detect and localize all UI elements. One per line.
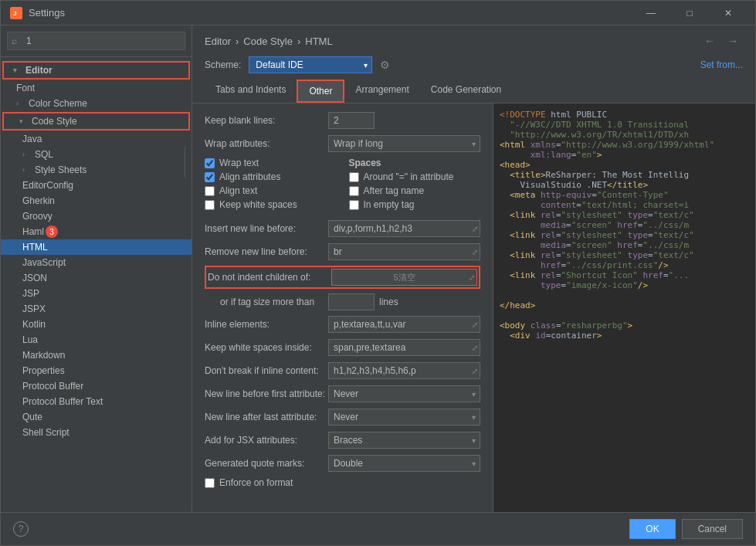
search-input[interactable] (7, 32, 185, 50)
inline-elements-input[interactable] (328, 316, 480, 333)
expand-arrow: › (22, 151, 32, 158)
sidebar-item-protocol-buffer-text[interactable]: Protocol Buffer Text (1, 394, 192, 409)
keep-blank-lines-row: Keep blank lines: (205, 111, 480, 130)
tab-other[interactable]: Other (297, 80, 344, 103)
add-jsx-attrs-select[interactable]: Braces (328, 432, 480, 449)
new-line-last-attr-select[interactable]: Never (328, 409, 480, 426)
search-icon: ⌕ (12, 36, 17, 46)
sidebar-item-protocol-buffer[interactable]: Protocol Buffer (1, 378, 192, 394)
sidebar-item-html[interactable]: HTML (1, 239, 192, 255)
sidebar-item-gherkin[interactable]: Gherkin (1, 193, 192, 209)
sidebar-item-color-scheme[interactable]: › Color Scheme (1, 96, 192, 111)
or-if-tag-size-label: or if tag size more than (205, 297, 328, 307)
sidebar-item-jspx[interactable]: JSPX (1, 301, 192, 317)
sidebar-item-shell-script[interactable]: Shell Script (1, 425, 192, 440)
align-attributes-checkbox[interactable] (205, 172, 215, 182)
tab-tabs-indents[interactable]: Tabs and Indents (205, 80, 297, 103)
forward-button[interactable]: → (723, 33, 743, 49)
maximize-button[interactable]: □ (672, 1, 707, 25)
generated-quote-select[interactable]: Double (328, 455, 480, 472)
new-line-first-attr-select[interactable]: Never (328, 385, 480, 402)
code-preview: <!DOCTYPE html PUBLIC "-//W3C//DTD XHTML… (500, 110, 749, 341)
sidebar-item-label: Properties (22, 365, 65, 376)
close-button[interactable]: ✕ (710, 1, 746, 25)
sidebar-item-markdown[interactable]: Markdown (1, 348, 192, 363)
sidebar-item-code-style[interactable]: ▾ Code Style (2, 112, 190, 131)
sidebar-item-qute[interactable]: Qute (1, 409, 192, 425)
sidebar-item-lua[interactable]: Lua (1, 332, 192, 348)
after-tag-name-row: After tag name (349, 185, 481, 196)
enforce-on-format-label: Enforce on format (219, 477, 293, 488)
minimize-button[interactable]: — (633, 1, 669, 25)
settings-panel: Keep blank lines: Wrap attributes: Wrap … (192, 103, 493, 512)
bottom-bar: ? OK Cancel (1, 512, 755, 545)
help-button[interactable]: ? (13, 521, 29, 537)
sidebar-item-editor[interactable]: ▾ Editor (2, 61, 190, 80)
sidebar-item-label: Color Scheme (29, 98, 87, 109)
tab-arrangement[interactable]: Arrangement (344, 80, 419, 103)
after-tag-name-checkbox[interactable] (349, 186, 359, 196)
enforce-on-format-checkbox[interactable] (205, 478, 215, 488)
bottom-actions: OK Cancel (629, 519, 743, 539)
sidebar-item-style-sheets[interactable]: › Style Sheets (1, 162, 192, 178)
sidebar-item-javascript[interactable]: JavaScript (1, 255, 192, 270)
keep-white-spaces-inside-label: Keep white spaces inside: (205, 342, 328, 353)
in-empty-tag-checkbox[interactable] (349, 200, 359, 210)
sidebar-item-groovy[interactable]: Groovy (1, 209, 192, 224)
generated-quote-select-wrap: Double (328, 455, 480, 472)
sidebar-item-java[interactable]: Java (1, 131, 192, 147)
keep-white-spaces-inside-row: Keep white spaces inside: ⤢ (205, 338, 480, 357)
back-button[interactable]: ← (700, 33, 720, 49)
tag-size-input[interactable] (328, 293, 375, 310)
title-bar: J Settings — □ ✕ (1, 1, 755, 25)
align-text-checkbox[interactable] (205, 186, 215, 196)
left-checkboxes: Wrap text Align attributes Align text (205, 158, 337, 213)
add-jsx-attrs-label: Add for JSX attributes: (205, 435, 328, 446)
main-header: Editor › Code Style › HTML ← → Scheme: D… (192, 25, 755, 103)
gear-button[interactable]: ⚙ (380, 59, 390, 71)
do-not-indent-input[interactable] (331, 269, 477, 286)
add-jsx-attrs-row: Add for JSX attributes: Braces (205, 431, 480, 449)
keep-white-spaces-inside-input[interactable] (328, 339, 480, 356)
separator (185, 147, 185, 162)
remove-new-line-input[interactable] (328, 243, 480, 260)
breadcrumb-nav: ← → (700, 33, 743, 49)
sidebar-item-json[interactable]: JSON (1, 270, 192, 286)
wrap-attributes-row: Wrap attributes: Wrap if long (205, 134, 480, 153)
scheme-select[interactable]: Default IDE (249, 56, 372, 73)
breadcrumb: Editor › Code Style › HTML ← → (205, 33, 743, 49)
insert-new-line-wrap: ⤢ (328, 220, 480, 237)
sidebar-item-sql[interactable]: › SQL (1, 147, 192, 162)
sidebar-item-editorconfig[interactable]: EditorConfig (1, 178, 192, 193)
sidebar-item-jsp[interactable]: JSP (1, 286, 192, 301)
sidebar-item-properties[interactable]: Properties (1, 363, 192, 378)
preview-panel: <!DOCTYPE html PUBLIC "-//W3C//DTD XHTML… (493, 103, 755, 512)
dont-break-inline-input[interactable] (328, 362, 480, 379)
enforce-on-format-row: Enforce on format (205, 477, 480, 488)
in-empty-tag-label: In empty tag (364, 199, 415, 210)
keep-blank-lines-label: Keep blank lines: (205, 115, 328, 126)
spaces-title: Spaces (349, 158, 481, 168)
sidebar-item-kotlin[interactable]: Kotlin (1, 317, 192, 332)
expand-arrow: › (22, 166, 32, 174)
sidebar-item-label: Qute (22, 412, 42, 422)
keep-blank-lines-input[interactable] (328, 112, 375, 129)
expand-icon: ⤢ (472, 248, 478, 256)
sidebar-item-font[interactable]: Font (1, 80, 192, 96)
insert-new-line-input[interactable] (328, 220, 480, 237)
sidebar-item-label: Shell Script (22, 427, 69, 438)
ok-button[interactable]: OK (629, 519, 675, 539)
scheme-row: Scheme: Default IDE ⚙ Set from... (205, 56, 743, 73)
cancel-button[interactable]: Cancel (682, 519, 743, 539)
tab-code-generation[interactable]: Code Generation (420, 80, 512, 103)
sidebar-item-haml[interactable]: Haml 3 (1, 224, 192, 239)
around-eq-checkbox[interactable] (349, 172, 359, 182)
keep-white-spaces-checkbox[interactable] (205, 200, 215, 210)
sidebar-item-label: Protocol Buffer (22, 381, 83, 392)
wrap-text-checkbox[interactable] (205, 158, 215, 168)
wrap-attributes-select[interactable]: Wrap if long (328, 135, 480, 152)
generated-quote-label: Generated quote marks: (205, 458, 328, 469)
wrap-text-label: Wrap text (219, 158, 259, 168)
window-title: Settings (29, 7, 633, 19)
set-from-link[interactable]: Set from... (700, 59, 743, 70)
